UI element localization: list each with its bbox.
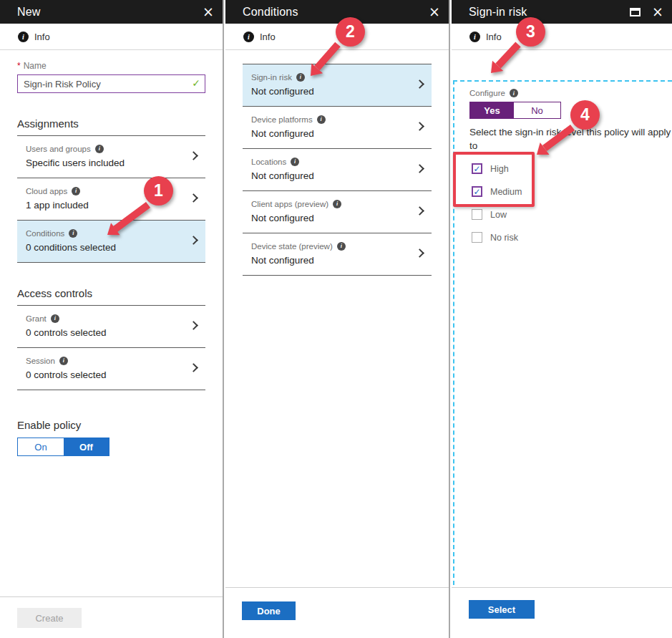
chevron-right-icon bbox=[415, 79, 424, 89]
checkbox-no-risk[interactable]: ✓ No risk bbox=[472, 232, 522, 243]
sign-in-risk-content: Configurei Yes No Select the sign-in ris… bbox=[452, 50, 672, 587]
info-banner[interactable]: i Info bbox=[452, 24, 672, 50]
name-field-label: *Name bbox=[17, 61, 205, 71]
info-icon: i bbox=[296, 73, 305, 82]
chevron-right-icon bbox=[189, 151, 198, 160]
checkmark-icon: ✓ bbox=[473, 165, 480, 173]
focus-dashed-border bbox=[453, 80, 672, 614]
configure-toggle: Yes No bbox=[469, 102, 561, 119]
blade-sign-in-risk-footer: Select bbox=[452, 587, 672, 638]
info-icon: i bbox=[95, 145, 104, 153]
chevron-right-icon bbox=[189, 321, 198, 330]
chevron-right-icon bbox=[189, 363, 198, 372]
info-banner[interactable]: i Info bbox=[0, 24, 223, 50]
row-conditions[interactable]: Conditionsi 0 conditions selected bbox=[17, 221, 205, 263]
info-icon: i bbox=[59, 357, 68, 365]
row-client-apps[interactable]: Client apps (preview)i Not configured bbox=[243, 191, 432, 233]
enable-policy-title: Enable policy bbox=[17, 419, 205, 431]
info-icon: i bbox=[317, 115, 326, 124]
create-button[interactable]: Create bbox=[17, 608, 82, 628]
chevron-right-icon bbox=[189, 236, 198, 245]
blade-new: New × i Info *Name ✓ Assignments Users a… bbox=[0, 0, 224, 638]
page-title: New bbox=[17, 6, 191, 19]
checkbox-box[interactable]: ✓ bbox=[472, 209, 482, 220]
checkbox-box[interactable]: ✓ bbox=[472, 232, 482, 243]
configure-label: Configurei bbox=[469, 89, 561, 97]
checkbox-medium[interactable]: ✓ Medium bbox=[472, 186, 522, 197]
blade-new-header: New × bbox=[0, 0, 223, 24]
access-controls-rows: Granti 0 controls selected Sessioni 0 co… bbox=[17, 306, 205, 390]
name-field-block: *Name ✓ bbox=[17, 61, 205, 93]
close-icon[interactable]: × bbox=[429, 5, 440, 19]
close-icon[interactable]: × bbox=[652, 5, 663, 19]
maximize-icon[interactable] bbox=[630, 8, 641, 16]
info-icon: i bbox=[333, 200, 341, 208]
row-users-and-groups[interactable]: Users and groupsi Specific users include… bbox=[17, 136, 205, 178]
blade-conditions-footer: Done bbox=[225, 587, 449, 638]
access-controls-section-title: Access controls bbox=[17, 287, 205, 306]
info-icon: i bbox=[510, 89, 518, 97]
select-button[interactable]: Select bbox=[469, 600, 535, 619]
close-icon[interactable]: × bbox=[203, 5, 214, 19]
assignments-section-title: Assignments bbox=[17, 117, 205, 136]
chevron-right-icon bbox=[415, 206, 424, 216]
row-session[interactable]: Sessioni 0 controls selected bbox=[17, 348, 205, 390]
chevron-right-icon bbox=[415, 122, 424, 131]
done-button[interactable]: Done bbox=[242, 601, 296, 620]
enable-policy-toggle: On Off bbox=[17, 438, 109, 456]
chevron-right-icon bbox=[415, 164, 424, 173]
chevron-right-icon bbox=[415, 248, 424, 258]
blade-conditions: Conditions × i Info Sign-in riski Not co… bbox=[225, 0, 450, 638]
configure-block: Configurei Yes No bbox=[469, 89, 561, 119]
risk-level-description: Select the sign-in risk level this polic… bbox=[469, 126, 672, 153]
info-icon: i bbox=[243, 32, 254, 42]
row-locations[interactable]: Locationsi Not configured bbox=[243, 149, 432, 191]
enable-policy-off-button[interactable]: Off bbox=[64, 438, 109, 455]
chevron-right-icon bbox=[189, 193, 198, 203]
info-icon: i bbox=[69, 229, 77, 238]
row-device-state[interactable]: Device state (preview)i Not configured bbox=[243, 233, 432, 276]
row-cloud-apps[interactable]: Cloud appsi 1 app included bbox=[17, 178, 205, 221]
page-title: Conditions bbox=[243, 6, 417, 19]
valid-check-icon: ✓ bbox=[192, 77, 200, 89]
risk-level-checkbox-list: ✓ High ✓ Medium ✓ Low ✓ No risk bbox=[472, 163, 522, 255]
checkbox-low[interactable]: ✓ Low bbox=[472, 209, 522, 220]
enable-policy-on-button[interactable]: On bbox=[18, 438, 64, 455]
row-sign-in-risk[interactable]: Sign-in riski Not configured bbox=[243, 64, 432, 107]
checkbox-box[interactable]: ✓ bbox=[472, 186, 482, 197]
info-icon: i bbox=[337, 242, 346, 251]
assignments-rows: Users and groupsi Specific users include… bbox=[17, 136, 205, 263]
page-title: Sign-in risk bbox=[469, 6, 618, 19]
info-icon: i bbox=[18, 32, 29, 42]
info-icon: i bbox=[469, 32, 480, 42]
checkmark-icon: ✓ bbox=[473, 188, 480, 196]
blade-sign-in-risk: Sign-in risk × i Info Configurei Yes No … bbox=[452, 0, 672, 638]
blade-sign-in-risk-header: Sign-in risk × bbox=[452, 0, 672, 24]
configure-yes-button[interactable]: Yes bbox=[470, 102, 514, 118]
policy-name-input[interactable] bbox=[17, 74, 205, 93]
info-icon: i bbox=[291, 158, 299, 166]
row-grant[interactable]: Granti 0 controls selected bbox=[17, 306, 205, 348]
blade-conditions-header: Conditions × bbox=[225, 0, 449, 24]
checkbox-box[interactable]: ✓ bbox=[472, 163, 482, 174]
conditions-rows: Sign-in riski Not configured Device plat… bbox=[243, 64, 432, 276]
info-banner[interactable]: i Info bbox=[225, 24, 449, 50]
configure-no-button[interactable]: No bbox=[514, 102, 560, 118]
blade-new-footer: Create bbox=[0, 596, 223, 638]
checkbox-high[interactable]: ✓ High bbox=[472, 163, 522, 174]
info-icon: i bbox=[72, 187, 80, 195]
row-device-platforms[interactable]: Device platformsi Not configured bbox=[243, 107, 432, 149]
required-asterisk: * bbox=[17, 61, 21, 71]
info-icon: i bbox=[51, 314, 59, 323]
